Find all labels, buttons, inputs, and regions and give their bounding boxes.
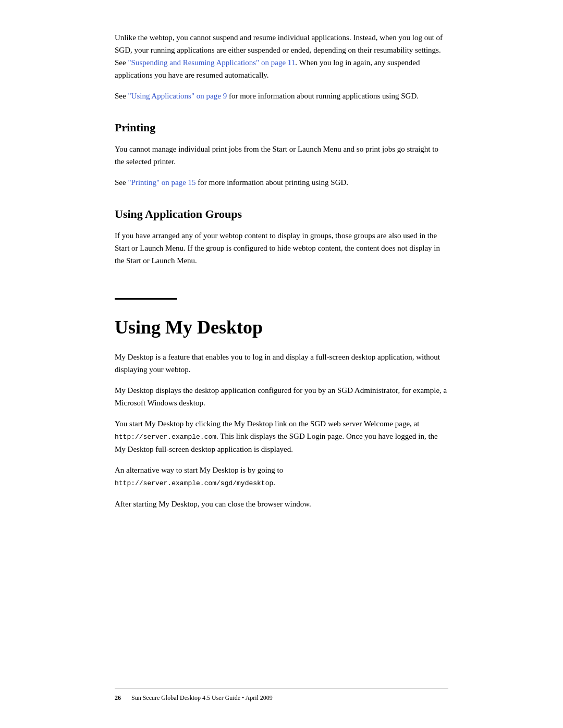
- intro-para-2: See "Using Applications" on page 9 for m…: [115, 90, 448, 102]
- intro-section: Unlike the webtop, you cannot suspend an…: [115, 31, 448, 102]
- footer: 26 Sun Secure Global Desktop 4.5 User Gu…: [115, 688, 448, 702]
- my-desktop-para-2: My Desktop displays the desktop applicat…: [115, 384, 448, 409]
- server-url-monospace: http://server.example.com: [115, 433, 216, 441]
- printing-heading: Printing: [115, 121, 448, 134]
- chapter-rule: [115, 298, 177, 300]
- my-desktop-para-3: You start My Desktop by clicking the My …: [115, 417, 448, 455]
- my-desktop-chapter: Using My Desktop My Desktop is a feature…: [115, 298, 448, 510]
- intro-para-1: Unlike the webtop, you cannot suspend an…: [115, 31, 448, 81]
- footer-doc-title: Sun Secure Global Desktop 4.5 User Guide…: [131, 694, 273, 702]
- page: Unlike the webtop, you cannot suspend an…: [0, 0, 563, 728]
- my-desktop-para-4: An alternative way to start My Desktop i…: [115, 464, 448, 489]
- my-desktop-para-5: After starting My Desktop, you can close…: [115, 498, 448, 510]
- my-desktop-para-1: My Desktop is a feature that enables you…: [115, 351, 448, 376]
- printing-section: Printing You cannot manage individual pr…: [115, 121, 448, 189]
- footer-page-number: 26: [115, 694, 121, 702]
- mydesktop-url-monospace: http://server.example.com/sgd/mydesktop: [115, 479, 273, 487]
- printing-para-1: You cannot manage individual print jobs …: [115, 143, 448, 168]
- app-groups-section: Using Application Groups If you have arr…: [115, 207, 448, 267]
- link-printing[interactable]: "Printing" on page 15: [128, 178, 195, 187]
- printing-para-2: See "Printing" on page 15 for more infor…: [115, 176, 448, 189]
- link-suspending-resuming[interactable]: "Suspending and Resuming Applications" o…: [128, 58, 295, 67]
- app-groups-heading: Using Application Groups: [115, 207, 448, 221]
- link-using-applications[interactable]: "Using Applications" on page 9: [128, 92, 227, 100]
- app-groups-para-1: If you have arranged any of your webtop …: [115, 229, 448, 267]
- my-desktop-heading: Using My Desktop: [115, 316, 448, 338]
